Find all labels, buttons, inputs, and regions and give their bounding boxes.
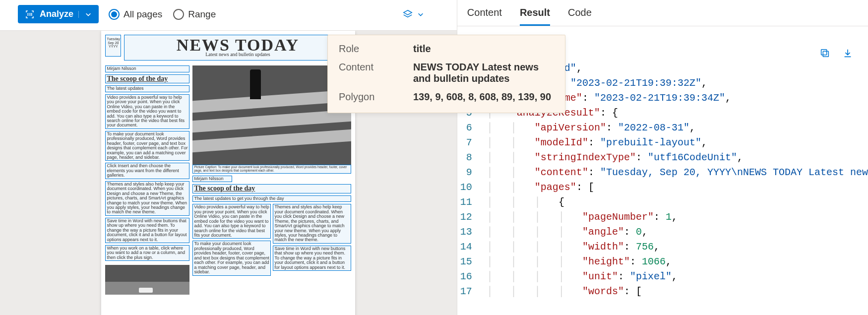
- author-box-2: Mirjam Nilsson: [192, 176, 232, 182]
- latest-subhead: The latest updates: [105, 85, 189, 92]
- tooltip-content-value: NEWS TODAY Latest news and bulletin upda…: [413, 62, 554, 84]
- layers-button[interactable]: [402, 9, 439, 20]
- col2-save: Save time in Word with new buttons that …: [273, 246, 351, 271]
- code-line: 11│ │ │ {: [457, 195, 868, 210]
- toolbar: Analyze All pages Range: [0, 0, 457, 31]
- page-mode-group: All pages Range: [109, 9, 216, 20]
- code-line: 12│ │ │ │ "pageNumber": 1,: [457, 210, 868, 225]
- latest-subhead-2: The latest updates to get you through th…: [192, 195, 351, 202]
- code-line: 10│ │ "pages": [: [457, 180, 868, 195]
- para-prolook: To make your document look professionall…: [105, 131, 189, 161]
- para-themes: Themes and styles also help keep your do…: [105, 181, 189, 216]
- tooltip-role-label: Role: [339, 43, 413, 55]
- code-line: 14│ │ │ │ "width": 756,: [457, 240, 868, 254]
- para-table: When you work on a table, click where yo…: [105, 245, 189, 261]
- code-line: 16│ │ │ │ "unit": "pixel",: [457, 269, 868, 284]
- layers-icon: [402, 9, 413, 20]
- doc-subtitle: Latest news and bulletin updates: [126, 52, 349, 61]
- radio-range[interactable]: Range: [173, 9, 216, 20]
- tab-content[interactable]: Content: [467, 7, 502, 26]
- para-insert: Click Insert and then choose the element…: [105, 163, 189, 179]
- code-line: 15│ │ │ │ "height": 1066,: [457, 254, 868, 269]
- para-video: Video provides a powerful way to help yo…: [105, 94, 189, 129]
- radio-range-label: Range: [188, 9, 216, 20]
- author-box: Mirjam Nilsson: [105, 65, 189, 72]
- tab-code[interactable]: Code: [568, 7, 592, 26]
- para-save: Save time in Word with new buttons that …: [105, 218, 189, 243]
- code-line: 6│ │ "apiVersion": "2022-08-31",: [457, 121, 868, 135]
- doc-title: NEWS TODAY Latest news and bulletin upda…: [124, 35, 351, 61]
- tooltip-polygon-label: Polygon: [339, 91, 413, 103]
- lower-image: [105, 265, 189, 295]
- radio-icon-unchecked: [173, 9, 184, 20]
- analyze-label: Analyze: [40, 9, 73, 19]
- col2-prolook: To make your document look professionall…: [192, 241, 271, 275]
- col2-video: Video provides a powerful way to help yo…: [192, 204, 271, 239]
- tooltip-content-label: Content: [339, 62, 413, 84]
- element-tooltip: Role title Content NEWS TODAY Latest new…: [327, 35, 565, 113]
- col2-themes: Themes and styles also help keep your do…: [273, 204, 351, 244]
- code-line: 17│ │ │ │ "words": [: [457, 284, 868, 299]
- tooltip-polygon-value: 139, 9, 608, 8, 608, 89, 139, 90: [413, 91, 554, 103]
- image-caption: Picture Caption: To make your document l…: [192, 165, 351, 174]
- code-line: 9│ │ "content": "Tuesday, Sep 20, YYYY\n…: [457, 165, 868, 180]
- analyze-dropdown[interactable]: [78, 11, 92, 18]
- analyze-button[interactable]: Analyze: [18, 5, 99, 23]
- results-tabs: Content Result Code: [457, 0, 868, 26]
- scan-icon: [25, 9, 35, 19]
- tooltip-role-value: title: [413, 43, 554, 55]
- scoop-heading-2: The scoop of the day: [192, 184, 351, 193]
- radio-all-pages[interactable]: All pages: [109, 9, 162, 20]
- code-line: 13│ │ │ │ "angle": 0,: [457, 225, 868, 240]
- code-line: 7│ │ "modelId": "prebuilt-layout",: [457, 135, 868, 150]
- radio-icon-checked: [109, 9, 120, 20]
- chevron-down-icon: [417, 11, 424, 18]
- document-page: Tuesday Sep 20 YYYY NEWS TODAY Latest ne…: [101, 31, 355, 315]
- scoop-heading: The scoop of the day: [105, 74, 189, 84]
- code-line: 8│ │ "stringIndexType": "utf16CodeUnit",: [457, 150, 868, 165]
- tab-result[interactable]: Result: [520, 7, 550, 26]
- radio-all-pages-label: All pages: [124, 9, 162, 20]
- date-box: Tuesday Sep 20 YYYY: [105, 35, 121, 57]
